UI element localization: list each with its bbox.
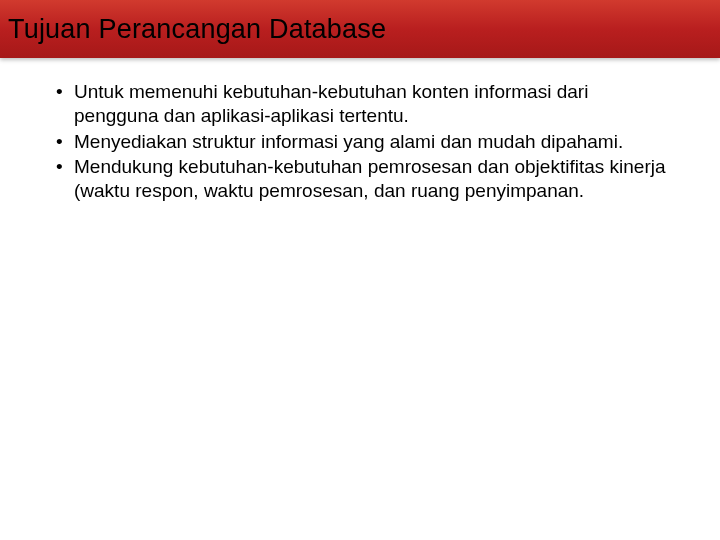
bullet-text: Mendukung kebutuhan-kebutuhan pemrosesan… [74, 156, 666, 201]
title-bar: Tujuan Perancangan Database [0, 0, 720, 58]
list-item: Untuk memenuhi kebutuhan-kebutuhan konte… [52, 80, 668, 128]
slide-title: Tujuan Perancangan Database [0, 14, 386, 45]
bullet-list: Untuk memenuhi kebutuhan-kebutuhan konte… [52, 80, 668, 203]
list-item: Mendukung kebutuhan-kebutuhan pemrosesan… [52, 155, 668, 203]
slide-body: Untuk memenuhi kebutuhan-kebutuhan konte… [0, 58, 720, 203]
list-item: Menyediakan struktur informasi yang alam… [52, 130, 668, 154]
bullet-text: Menyediakan struktur informasi yang alam… [74, 131, 623, 152]
bullet-text: Untuk memenuhi kebutuhan-kebutuhan konte… [74, 81, 588, 126]
slide: Tujuan Perancangan Database Untuk memenu… [0, 0, 720, 540]
